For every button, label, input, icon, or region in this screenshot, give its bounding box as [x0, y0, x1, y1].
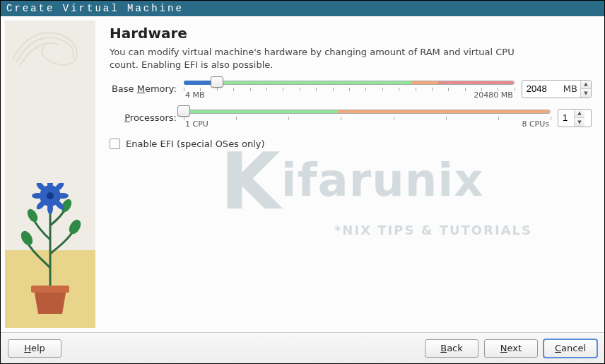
- base-memory-input[interactable]: [522, 81, 563, 98]
- processors-spinbox[interactable]: ▲ ▼: [558, 109, 592, 127]
- processors-label: Processors:: [110, 112, 177, 123]
- svg-point-1: [66, 218, 82, 236]
- processors-step-up[interactable]: ▲: [575, 110, 585, 118]
- processors-max-label: 8 CPUs: [522, 119, 549, 129]
- cancel-button[interactable]: Cancel: [544, 339, 597, 358]
- wizard-footer: Help Back Next Cancel: [1, 332, 604, 363]
- base-memory-min-label: 4 MB: [185, 90, 205, 100]
- svg-point-0: [18, 229, 35, 247]
- base-memory-row: Base Memory: 4 MB: [110, 78, 592, 100]
- base-memory-slider-handle[interactable]: [211, 76, 223, 88]
- window-title: Create Virtual Machine: [6, 3, 184, 14]
- processors-step-down[interactable]: ▼: [575, 117, 585, 127]
- svg-point-13: [47, 192, 54, 199]
- svg-point-7: [57, 193, 69, 199]
- plant-illustration-icon: [18, 183, 82, 317]
- processors-slider[interactable]: [184, 107, 551, 117]
- svg-point-11: [32, 193, 43, 199]
- base-memory-slider[interactable]: [184, 78, 515, 88]
- processors-input[interactable]: [558, 110, 574, 127]
- svg-point-9: [47, 203, 53, 214]
- processors-row: Processors: 1 CPU 8 CPUs: [110, 107, 592, 129]
- page-heading: Hardware: [110, 25, 592, 42]
- base-memory-spinbox[interactable]: MB ▲ ▼: [522, 80, 592, 98]
- processors-min-label: 1 CPU: [185, 119, 208, 129]
- svg-point-2: [25, 207, 40, 223]
- wizard-sidebar-illustration: [1, 16, 100, 332]
- page-description: You can modify virtual machine's hardwar…: [110, 46, 534, 71]
- back-button[interactable]: Back: [425, 339, 478, 358]
- help-button[interactable]: Help: [8, 339, 61, 358]
- next-button[interactable]: Next: [484, 339, 538, 358]
- enable-efi-label[interactable]: Enable EFI (special OSes only): [126, 139, 265, 149]
- wizard-window: Create Virtual Machine: [0, 0, 605, 364]
- content-area: Hardware You can modify virtual machine'…: [1, 16, 604, 332]
- main-panel: Hardware You can modify virtual machine'…: [100, 16, 604, 332]
- base-memory-unit: MB: [563, 81, 580, 98]
- enable-efi-row: Enable EFI (special OSes only): [110, 139, 592, 149]
- watermark: Kifarunix *NIX TIPS & TUTORIALS: [100, 136, 604, 237]
- base-memory-max-label: 20480 MB: [474, 90, 513, 100]
- base-memory-step-down[interactable]: ▼: [581, 88, 591, 98]
- window-titlebar[interactable]: Create Virtual Machine: [1, 1, 604, 16]
- base-memory-label: Base Memory:: [110, 83, 177, 94]
- svg-rect-14: [31, 286, 69, 293]
- enable-efi-checkbox[interactable]: [110, 139, 120, 149]
- base-memory-step-up[interactable]: ▲: [581, 81, 591, 89]
- processors-slider-handle[interactable]: [177, 105, 190, 117]
